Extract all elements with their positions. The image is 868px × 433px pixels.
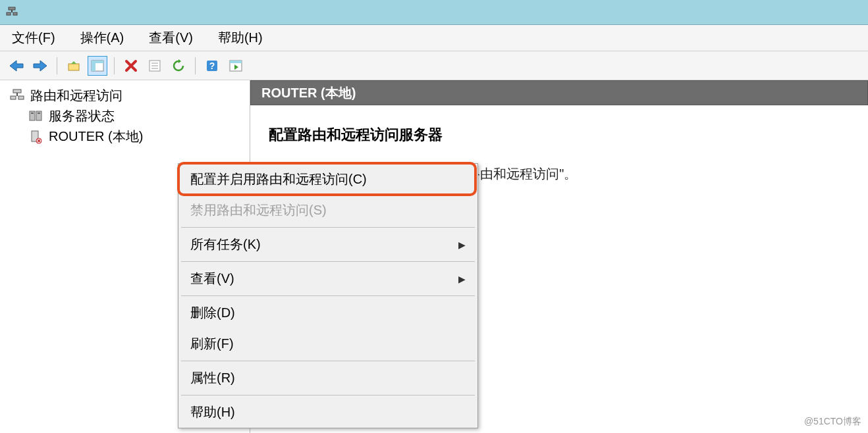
- help-button[interactable]: ?: [202, 56, 222, 76]
- menu-view[interactable]: 查看(V): [146, 28, 196, 48]
- ctx-configure-label: 配置并启用路由和远程访问(C): [190, 170, 367, 188]
- ctx-properties[interactable]: 属性(R): [178, 363, 477, 394]
- ctx-refresh[interactable]: 刷新(F): [178, 328, 477, 359]
- ctx-separator: [181, 261, 475, 262]
- context-menu: 配置并启用路由和远程访问(C) 禁用路由和远程访问(S) 所有任务(K) ▶ 查…: [178, 163, 478, 428]
- ctx-all-tasks[interactable]: 所有任务(K) ▶: [178, 229, 477, 260]
- svg-text:?: ?: [209, 61, 215, 71]
- ctx-disable-label: 禁用路由和远程访问(S): [190, 201, 327, 219]
- toolbar-separator: [195, 57, 196, 74]
- main-header-label: ROUTER (本地): [261, 84, 356, 102]
- ctx-help[interactable]: 帮助(H): [178, 397, 477, 428]
- server-icon: [26, 129, 45, 145]
- toolbar-separator: [114, 57, 115, 74]
- forward-button[interactable]: [30, 56, 50, 76]
- properties-button[interactable]: [145, 56, 165, 76]
- tree-root-label: 路由和远程访问: [30, 87, 122, 105]
- tree-router-label: ROUTER (本地): [49, 128, 143, 145]
- menu-help[interactable]: 帮助(H): [215, 28, 265, 48]
- svg-rect-7: [92, 61, 103, 63]
- ctx-all-tasks-label: 所有任务(K): [190, 236, 261, 253]
- ctx-view[interactable]: 查看(V) ▶: [178, 263, 477, 294]
- toolbar: ?: [0, 51, 868, 80]
- titlebar: [0, 0, 868, 25]
- ctx-separator: [181, 361, 475, 361]
- tree-root[interactable]: 路由和远程访问: [3, 86, 247, 106]
- svg-rect-22: [31, 113, 34, 114]
- svg-rect-16: [13, 89, 21, 93]
- server-status-icon: [26, 109, 45, 124]
- svg-rect-15: [230, 61, 242, 63]
- menu-action[interactable]: 操作(A): [78, 28, 127, 48]
- toolbar-separator: [57, 57, 57, 74]
- svg-rect-3: [13, 13, 17, 15]
- svg-rect-23: [38, 113, 40, 114]
- ctx-configure-enable[interactable]: 配置并启用路由和远程访问(C): [178, 164, 477, 195]
- ctx-disable-rras: 禁用路由和远程访问(S): [178, 195, 477, 226]
- ctx-refresh-label: 刷新(F): [190, 335, 234, 353]
- main-header: ROUTER (本地): [250, 80, 868, 105]
- watermark: @51CTO博客: [804, 416, 861, 428]
- submenu-arrow-icon: ▶: [458, 274, 466, 284]
- menubar: 文件(F) 操作(A) 查看(V) 帮助(H): [0, 25, 868, 51]
- tree-status-label: 服务器状态: [49, 107, 115, 125]
- ctx-separator: [181, 227, 475, 228]
- run-button[interactable]: [226, 56, 246, 76]
- delete-button[interactable]: [121, 56, 141, 76]
- app-icon: [4, 5, 20, 20]
- ctx-properties-label: 属性(R): [190, 369, 235, 387]
- back-button[interactable]: [7, 56, 26, 76]
- svg-rect-18: [11, 96, 16, 99]
- router-console-icon: [8, 88, 26, 104]
- submenu-arrow-icon: ▶: [458, 240, 466, 250]
- ctx-separator: [181, 295, 475, 296]
- menu-file[interactable]: 文件(F): [9, 28, 58, 48]
- tree-server-status[interactable]: 服务器状态: [3, 106, 247, 126]
- up-button[interactable]: [64, 56, 84, 76]
- refresh-button[interactable]: [169, 56, 188, 76]
- ctx-delete[interactable]: 删除(D): [178, 297, 477, 328]
- svg-rect-2: [7, 13, 11, 15]
- ctx-help-label: 帮助(H): [190, 403, 235, 421]
- ctx-delete-label: 删除(D): [190, 304, 235, 322]
- ctx-separator: [181, 395, 475, 395]
- main-title: 配置路由和远程访问服务器: [269, 125, 850, 145]
- ctx-view-label: 查看(V): [190, 270, 234, 288]
- tree-router-local[interactable]: ROUTER (本地): [3, 126, 247, 147]
- svg-rect-19: [18, 96, 24, 99]
- svg-rect-4: [68, 64, 79, 70]
- show-hide-tree-button[interactable]: [88, 56, 107, 76]
- svg-rect-0: [9, 7, 15, 10]
